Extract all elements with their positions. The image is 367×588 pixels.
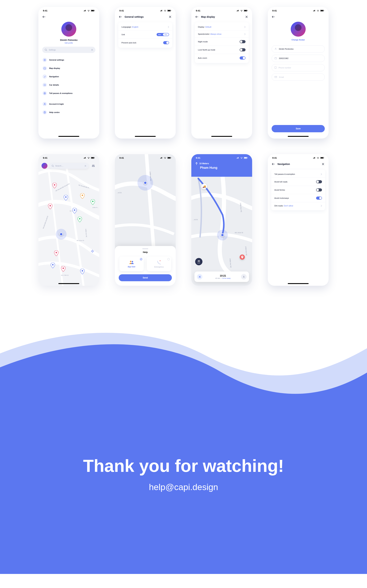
status-time: 9:41 bbox=[43, 157, 47, 159]
avoid-motor-toggle[interactable] bbox=[316, 196, 322, 200]
avoid-toll-toggle[interactable] bbox=[316, 180, 322, 183]
save-button[interactable]: Save bbox=[272, 125, 325, 132]
search-input[interactable]: Search.... bbox=[49, 163, 89, 169]
map-pin[interactable] bbox=[91, 199, 95, 205]
help-option-app-user[interactable]: App User bbox=[119, 257, 144, 271]
help-option-emergency[interactable]: Emergency bbox=[147, 257, 171, 271]
map-pin[interactable] bbox=[52, 183, 57, 188]
svg-rect-76 bbox=[324, 157, 324, 158]
locate-button[interactable] bbox=[91, 250, 94, 253]
close-icon[interactable] bbox=[321, 162, 325, 166]
name-field[interactable]: Dimitri Pentrenko bbox=[272, 45, 325, 53]
unit-segment[interactable]: MileKm bbox=[157, 33, 169, 36]
back-icon[interactable] bbox=[195, 15, 199, 19]
menu-map-display[interactable]: Map display bbox=[41, 64, 96, 72]
clear-icon[interactable] bbox=[91, 49, 93, 51]
map-pin[interactable] bbox=[64, 195, 68, 201]
map-pin[interactable] bbox=[77, 217, 82, 222]
svg-point-40 bbox=[54, 184, 55, 185]
row-toll-passes[interactable]: Toll passes & exemption bbox=[271, 171, 325, 177]
svg-rect-20 bbox=[275, 57, 277, 59]
menu-toll-passes[interactable]: Toll passes & exemptions bbox=[41, 89, 96, 97]
status-bar: 9:41 bbox=[38, 154, 99, 160]
user-icon bbox=[42, 102, 47, 106]
home-indicator bbox=[58, 136, 79, 137]
map-canvas[interactable]: NE Woodinville Duvall Rd NE Woodinville … bbox=[38, 154, 99, 286]
menu-general-settings[interactable]: General settings bbox=[41, 56, 96, 64]
clear-icon[interactable] bbox=[85, 165, 86, 167]
back-icon[interactable] bbox=[272, 162, 275, 166]
filter-button[interactable] bbox=[90, 163, 96, 169]
eta-close-button[interactable] bbox=[197, 274, 202, 280]
back-icon[interactable] bbox=[272, 15, 275, 19]
lock-toggle[interactable] bbox=[240, 48, 246, 51]
menu-car-details[interactable]: Car details bbox=[41, 81, 96, 89]
avatar[interactable] bbox=[42, 163, 47, 169]
footer: Thank you for watching! help@capi.design bbox=[0, 314, 367, 574]
page-title: Navigation bbox=[277, 163, 290, 165]
svg-point-48 bbox=[52, 264, 53, 266]
svg-text:...nd St: ...nd St bbox=[193, 219, 198, 220]
change-avatar-link[interactable]: Change Avatar bbox=[268, 39, 329, 41]
back-icon[interactable] bbox=[119, 15, 122, 19]
phone-field[interactable]: Phone number bbox=[272, 64, 325, 71]
menu-account-login[interactable]: Account & login bbox=[41, 100, 96, 108]
map-pin[interactable] bbox=[72, 208, 77, 214]
svg-point-44 bbox=[50, 205, 51, 206]
nav-distance: 10 Meters bbox=[195, 162, 252, 165]
svg-text:NE 181st St: NE 181st St bbox=[77, 240, 84, 241]
svg-point-8 bbox=[44, 103, 45, 104]
footer-headline: Thank you for watching! bbox=[0, 456, 367, 476]
row-autolock: Prevent auto-lock bbox=[118, 39, 172, 47]
back-icon[interactable] bbox=[42, 15, 46, 19]
night-toggle[interactable] bbox=[240, 40, 246, 43]
close-icon[interactable] bbox=[168, 15, 172, 19]
status-icons bbox=[160, 10, 171, 12]
map-pin[interactable] bbox=[48, 204, 52, 209]
eta-recenter-button[interactable] bbox=[241, 274, 247, 280]
row-unit: Unit MileKm bbox=[118, 30, 172, 39]
home-indicator bbox=[211, 136, 232, 137]
row-display[interactable]: Display: Default bbox=[195, 24, 249, 30]
zoom-toggle[interactable] bbox=[240, 56, 246, 60]
status-time: 9:41 bbox=[119, 9, 124, 12]
avatar[interactable] bbox=[61, 22, 76, 37]
header: General settings bbox=[115, 13, 176, 21]
map-pin[interactable] bbox=[54, 250, 58, 256]
eta-bar: 10:21 40 min • 33 km away bbox=[194, 272, 249, 282]
autolock-toggle[interactable] bbox=[163, 41, 169, 44]
avoid-ferries-toggle[interactable] bbox=[316, 188, 322, 192]
menu-help-centre[interactable]: Help centre bbox=[41, 108, 96, 116]
speed-badge: 45km/h bbox=[195, 258, 202, 265]
row-speedometer[interactable]: Speedometer: Always show bbox=[195, 30, 249, 38]
status-bar: 9:41 bbox=[38, 7, 99, 13]
map-pin[interactable] bbox=[80, 193, 85, 199]
edit-profile-link[interactable]: Edit profile bbox=[38, 42, 99, 44]
avatar[interactable] bbox=[291, 22, 306, 37]
map-pin[interactable] bbox=[61, 266, 66, 272]
map-pin[interactable] bbox=[80, 269, 85, 274]
svg-point-22 bbox=[275, 68, 276, 68]
row-lock-north: Lock North-up mode bbox=[195, 46, 249, 54]
row-dirt-roads[interactable]: Dirt-roads: Don't allow bbox=[271, 202, 325, 209]
row-language[interactable]: Langugage: English bbox=[118, 24, 172, 30]
map-pin[interactable] bbox=[50, 263, 55, 268]
dob-field[interactable]: 20/02/1982 bbox=[272, 55, 325, 62]
menu-navigation[interactable]: Navigation bbox=[41, 72, 96, 81]
svg-point-3 bbox=[45, 49, 47, 50]
search-input[interactable]: Settings bbox=[42, 47, 95, 53]
chevron-right-icon bbox=[244, 26, 246, 28]
send-button[interactable]: Send bbox=[119, 274, 172, 281]
sheet-handle[interactable] bbox=[142, 249, 148, 249]
seg-mile[interactable]: Mile bbox=[157, 33, 163, 36]
search-icon bbox=[52, 165, 54, 167]
svg-rect-58 bbox=[171, 157, 171, 158]
close-icon[interactable] bbox=[245, 15, 248, 19]
wave-main bbox=[0, 314, 367, 574]
seg-km[interactable]: Km bbox=[163, 33, 169, 36]
svg-rect-2 bbox=[94, 10, 95, 11]
email-field[interactable]: Email bbox=[272, 73, 325, 81]
svg-rect-35 bbox=[94, 157, 95, 158]
users-icon bbox=[129, 260, 134, 265]
footer-email: help@capi.design bbox=[0, 482, 367, 492]
